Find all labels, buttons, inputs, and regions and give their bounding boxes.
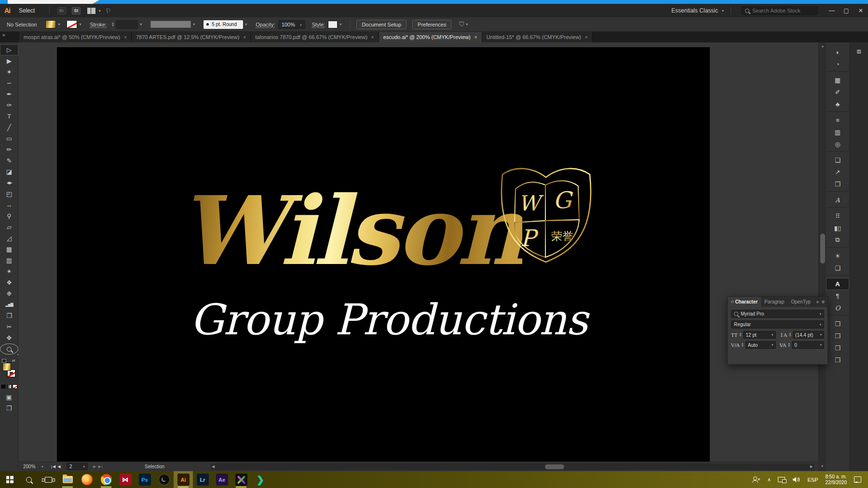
- opacity-label[interactable]: Opacity:: [256, 22, 275, 27]
- paintbrush-tool[interactable]: ✏: [0, 144, 18, 155]
- task-view-button[interactable]: [39, 471, 58, 488]
- workspace-switcher[interactable]: Essentials Classic: [671, 7, 718, 14]
- rotate-tool[interactable]: ◀▶: [0, 177, 18, 188]
- tab-close-icon[interactable]: ×: [371, 35, 374, 40]
- document-tab[interactable]: mospri atras.ai* @ 50% (CMYK/Preview) ×: [19, 32, 132, 42]
- preferences-button[interactable]: Preferences: [412, 20, 451, 29]
- width-tool[interactable]: ↔: [0, 199, 18, 211]
- first-artboard-button[interactable]: |◀: [51, 464, 56, 469]
- panel-more-icon[interactable]: »: [816, 299, 819, 304]
- document-tab[interactable]: escudo.ai* @ 200% (CMYK/Preview) ×: [379, 32, 482, 42]
- artboard-number-field[interactable]: 2 ▾: [67, 463, 88, 470]
- tray-volume-icon[interactable]: [792, 476, 800, 483]
- transform-panel-icon[interactable]: ⠿: [826, 210, 849, 222]
- opacity-slider-arrow[interactable]: ›: [300, 22, 302, 27]
- font-size-field[interactable]: 12 pt ▾: [743, 331, 775, 339]
- perspective-grid-tool[interactable]: ◿: [0, 233, 18, 244]
- gradient-tool[interactable]: ▥: [0, 255, 18, 266]
- tab-close-icon[interactable]: ×: [243, 35, 246, 40]
- chevron-down-icon[interactable]: ▾: [140, 22, 142, 26]
- column-graph-tool[interactable]: ▂▅▇: [0, 299, 18, 310]
- symbols-panel-icon[interactable]: ♣: [826, 98, 849, 112]
- opentype-panel-icon[interactable]: O: [826, 302, 849, 316]
- drawing-modes-icon[interactable]: ▣: [6, 394, 12, 401]
- puppet-warp-tool[interactable]: ⚲: [0, 211, 18, 222]
- stroke-color-swatch[interactable]: [67, 20, 77, 28]
- arrange-documents-icon[interactable]: [87, 8, 96, 14]
- tray-people-icon[interactable]: ʀ: [752, 476, 760, 483]
- color-guide-panel-icon[interactable]: ◔: [826, 58, 849, 72]
- taskbar-start-button[interactable]: [0, 471, 19, 488]
- kerning-field[interactable]: Auto ▾: [746, 341, 776, 349]
- menu-item[interactable]: Type: [14, 0, 44, 4]
- chevron-down-icon[interactable]: ▾: [41, 465, 43, 469]
- none-mode-icon[interactable]: [13, 384, 17, 389]
- scroll-left-arrow[interactable]: ◀: [212, 464, 215, 469]
- appearance-panel-icon[interactable]: ☀: [826, 250, 849, 262]
- toolbar-expander-icon[interactable]: »: [0, 32, 19, 42]
- chevron-down-icon[interactable]: ▾: [772, 333, 773, 337]
- gradient-panel-icon[interactable]: ▥: [826, 126, 849, 138]
- minimize-button[interactable]: —: [825, 4, 839, 17]
- swatch-libraries-panel-icon[interactable]: ❒: [826, 342, 849, 354]
- tray-display-icon[interactable]: [778, 477, 785, 482]
- taskbar-play-app-icon[interactable]: ❯: [251, 471, 270, 488]
- scroll-right-arrow[interactable]: ▶: [810, 464, 813, 469]
- taskbar-chrome-icon[interactable]: [96, 471, 116, 488]
- tab-paragraph[interactable]: Paragrap: [761, 297, 787, 307]
- next-artboard-button[interactable]: ▶: [93, 464, 96, 469]
- pathfinder-panel-icon[interactable]: ⧉: [826, 234, 849, 248]
- variable-width-profile-dropdown[interactable]: [150, 21, 191, 28]
- glyphs-panel-icon[interactable]: A: [826, 194, 849, 208]
- mesh-tool[interactable]: ▦: [0, 244, 18, 255]
- chevron-down-icon[interactable]: ▾: [772, 343, 773, 347]
- line-segment-tool[interactable]: ╱: [0, 122, 18, 133]
- document-tab[interactable]: 7870 ARTES.pdf @ 12.5% (CMYK/Preview) ×: [132, 32, 251, 42]
- document-setup-button[interactable]: Document Setup: [356, 20, 407, 29]
- curvature-tool[interactable]: ✑: [0, 100, 18, 111]
- stroke-weight-label[interactable]: Stroke:: [90, 22, 107, 27]
- adobe-stock-searchbox[interactable]: [742, 6, 818, 15]
- opacity-field[interactable]: 100% ›: [278, 20, 305, 29]
- tab-close-icon[interactable]: ×: [585, 35, 588, 40]
- eyedropper-tool[interactable]: ✴: [0, 266, 18, 277]
- zoom-level-dropdown[interactable]: 200%: [23, 464, 36, 469]
- graphic-styles-panel-icon[interactable]: ❑: [826, 262, 849, 276]
- scroll-down-arrow[interactable]: ▼: [818, 462, 826, 471]
- brush-definition-dropdown[interactable]: 5 pt. Round: [203, 20, 243, 29]
- type-tool[interactable]: T: [0, 111, 18, 122]
- chevron-down-icon[interactable]: ▾: [722, 9, 724, 13]
- symbol-sprayer-tool[interactable]: ❉: [0, 288, 18, 299]
- taskbar-acrobat-icon[interactable]: ⋈: [116, 471, 135, 488]
- rectangle-tool[interactable]: ▭: [0, 133, 18, 144]
- graphic-style-swatch[interactable]: [328, 21, 338, 28]
- gradient-mode-icon[interactable]: [7, 384, 12, 389]
- chevron-down-icon[interactable]: ▾: [339, 22, 341, 26]
- character-panel-icon[interactable]: A: [826, 278, 849, 290]
- paragraph-styles-panel-icon[interactable]: ❒: [826, 330, 849, 342]
- isolate-selection-icon[interactable]: ⛉: [459, 21, 464, 28]
- taskbar-x-media-app-icon[interactable]: [231, 471, 251, 488]
- tray-clock[interactable]: 8:50 a. m. 22/9/2020: [826, 474, 847, 486]
- taskbar-feather-app-icon[interactable]: ☾: [154, 471, 174, 488]
- document-tab[interactable]: Untitled-15* @ 66.67% (CMYK/Preview) ×: [482, 32, 593, 42]
- libraries-panel-icon[interactable]: ⧈: [853, 47, 865, 57]
- wilson-wordmark-artwork[interactable]: Wilson: [178, 184, 522, 278]
- canvas-pasteboard[interactable]: Wilson Group Productions: [18, 42, 818, 462]
- fill-color-swatch[interactable]: [45, 20, 56, 28]
- bridge-icon[interactable]: Br: [57, 7, 66, 14]
- tab-close-icon[interactable]: ×: [124, 35, 127, 40]
- tray-notification-icon[interactable]: [854, 476, 861, 483]
- export-panel-icon[interactable]: ↗: [826, 166, 849, 178]
- chevron-down-icon[interactable]: ▾: [83, 465, 85, 469]
- magic-wand-tool[interactable]: ✶: [0, 66, 18, 78]
- vertical-scrollbar[interactable]: ▲: [818, 42, 826, 462]
- fill-swatch[interactable]: [2, 363, 11, 371]
- artboard-tool[interactable]: ❐: [0, 310, 18, 321]
- chevron-down-icon[interactable]: ▾: [466, 22, 468, 26]
- hand-tool[interactable]: ✥: [0, 332, 18, 343]
- taskbar-explorer-icon[interactable]: [58, 471, 77, 488]
- tracking-field[interactable]: 0 ▾: [792, 341, 824, 349]
- tracking-stepper[interactable]: ▲▼: [787, 343, 790, 347]
- artboards-panel-icon[interactable]: ❐: [826, 178, 849, 192]
